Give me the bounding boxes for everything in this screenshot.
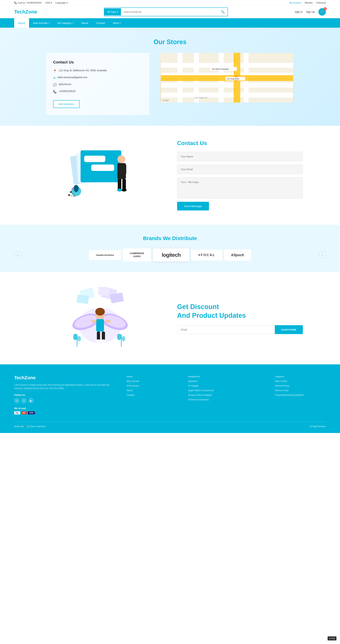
stores-title: Our Stores [14, 38, 326, 46]
nav-about[interactable]: About [77, 18, 92, 28]
send-message-button[interactable]: Send Message [177, 202, 209, 210]
svg-point-58 [101, 340, 106, 342]
wishlist-link[interactable]: Wishlist [305, 2, 313, 4]
contact-title-cyan: Us [200, 140, 207, 146]
newsletter-title-line1: Get Discount [177, 303, 219, 310]
footer-we-accept-label: We Accept [14, 407, 116, 410]
svg-point-32 [122, 189, 127, 192]
footer-link-faq: Frequently Asked Questions [275, 394, 326, 396]
brands-prev-button[interactable]: ‹ [14, 252, 21, 258]
phone-item: 📞 +01900220033 [53, 90, 142, 94]
svg-point-37 [70, 191, 72, 193]
brand-cambridge-audio: CAMBRIDGEAUDIO [123, 248, 151, 262]
svg-rect-24 [91, 164, 114, 171]
svg-text:121 King Street: 121 King Street [227, 78, 239, 80]
svg-point-31 [117, 189, 122, 192]
footer-link-contact: Contact [127, 394, 177, 396]
my-account-link[interactable]: My Account [289, 2, 301, 4]
currency-selector[interactable]: USD ▾ [45, 2, 52, 4]
youtube-icon[interactable]: ▶ [28, 398, 34, 404]
name-input[interactable] [177, 152, 303, 161]
brands-title: Brands We Distribute [14, 235, 326, 241]
svg-point-52 [95, 308, 105, 316]
contact-form-container: Contact Us Send Message [177, 140, 303, 210]
brands-list: ®audio-technica CAMBRIDGEAUDIO logitech … [21, 248, 319, 262]
facebook-icon[interactable]: f [14, 398, 19, 404]
footer-rights: All Right Reserve [309, 425, 326, 428]
newsletter-email-input[interactable] [177, 325, 275, 334]
stores-title-cyan: Stores [167, 38, 186, 46]
subscribe-button[interactable]: SUBSCRIBE [275, 325, 303, 334]
map-placeholder: Little Collins St ibis Styles Kingsgate … [160, 53, 294, 102]
brand-logitech: logitech [153, 248, 189, 262]
footer-link-amazon-alexa: Amazon Alexa Gadgets [188, 394, 264, 396]
footer-made-by: Made with ❤ by Team Codember [14, 425, 45, 428]
svg-rect-54 [105, 320, 111, 322]
contact-illustration-svg [66, 147, 134, 204]
email-text: hello.techzone@gamil.com [58, 76, 87, 79]
newsletter-title: Get Discount And Product Updates [177, 302, 303, 320]
get-directions-button[interactable]: Get Directions [53, 100, 80, 108]
email-input[interactable] [177, 164, 303, 174]
checkout-link[interactable]: Checkout [316, 2, 326, 4]
footer-link-headphone: Headphone [188, 375, 264, 378]
footer-link-about: About [127, 389, 177, 392]
nav-new-arrivals[interactable]: New Arrivals ▾ [29, 18, 53, 28]
language-selector[interactable]: Language ▾ [55, 2, 67, 4]
svg-rect-53 [91, 320, 97, 322]
stores-title-black: Our [154, 38, 165, 46]
stores-content: Contact Us 📍 121 King St, Melbourne VIC … [46, 53, 294, 115]
search-type-dropdown[interactable]: All Type ▾ [104, 8, 121, 16]
svg-rect-42 [98, 287, 109, 296]
footer-brand-col: TechZone Lorem ipsum is simply dummy tex… [14, 375, 116, 414]
footer-products-col: Headphone Speakers AI Gadget Apple Watch… [188, 375, 264, 414]
newsletter-wrapper: Get Discount And Product Updates SUBSCRI… [37, 286, 303, 350]
footer-link-home: Home [127, 375, 177, 378]
nav-more[interactable]: More ▾ [109, 18, 125, 28]
contact-illustration [37, 148, 163, 202]
contact-info-heading: Contact Us [53, 60, 142, 64]
footer-link-all-products: All Products [127, 384, 177, 387]
pay-icon: Pay [14, 411, 20, 414]
skype-icon: 💬 [53, 83, 57, 86]
svg-point-61 [77, 336, 81, 341]
svg-point-57 [96, 340, 101, 342]
footer-description: Lorem ipsum is simply dummy text of the … [14, 383, 116, 390]
brands-title-black: Brands [143, 235, 161, 241]
currency-label: USD [45, 2, 50, 4]
nav-contact[interactable]: Contact [92, 18, 109, 28]
sign-up-link[interactable]: Sign Up [306, 10, 315, 13]
payment-icons: Pay MC VISA [14, 411, 116, 414]
message-textarea[interactable] [177, 177, 303, 198]
svg-point-64 [122, 336, 125, 341]
newsletter-section: Get Discount And Product Updates SUBSCRI… [0, 272, 340, 364]
svg-text:ibis Styles Kingsgate: ibis Styles Kingsgate [212, 68, 229, 70]
nav-home[interactable]: Home [14, 18, 29, 28]
brands-title-cyan: We Distribute [163, 235, 197, 241]
top-bar-left: 📞 Call us: +01900220033 USD ▾ Language ▾ [14, 2, 68, 4]
search-input[interactable] [121, 8, 218, 16]
cart-button[interactable]: 🛒 04 [318, 8, 326, 16]
cart-badge: 04 [324, 7, 327, 10]
brands-next-button[interactable]: › [319, 252, 326, 258]
main-nav: Home New Arrivals ▾ All Category ▾ About… [0, 18, 340, 28]
logo: TechZone [14, 9, 37, 15]
search-button[interactable]: 🔍 [218, 8, 228, 16]
svg-rect-28 [122, 179, 126, 190]
footer-support-list: Supports Help Center Refund Policy Terms… [275, 375, 326, 396]
svg-point-63 [117, 334, 121, 340]
svg-text:Google: Google [163, 99, 169, 101]
svg-point-25 [117, 155, 125, 163]
heart-icon: ❤ [24, 425, 26, 428]
brand-focal: ≠FOCAL [191, 250, 222, 260]
footer-link-supports: Supports [275, 375, 326, 378]
location-icon: 📍 [53, 69, 57, 73]
chevron-down-icon: ▾ [120, 22, 121, 24]
svg-point-60 [73, 334, 77, 340]
twitter-icon[interactable]: t [21, 398, 26, 404]
sign-in-link[interactable]: Sign In [295, 10, 303, 13]
footer-social-links: f t ▶ [14, 398, 116, 404]
nav-all-category[interactable]: All Category ▾ [53, 18, 77, 28]
footer-link-refund-policy: Refund Policy [275, 384, 326, 387]
svg-rect-27 [118, 179, 121, 190]
